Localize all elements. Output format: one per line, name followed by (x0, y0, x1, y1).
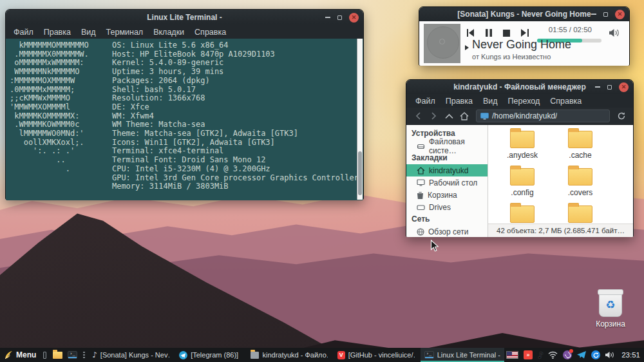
drive-icon (417, 204, 425, 211)
trash-label: Корзина (590, 319, 631, 329)
pause-button[interactable] (486, 29, 492, 37)
stop-button[interactable] (503, 30, 510, 37)
home-button[interactable] (458, 112, 471, 120)
taskbar: Menu ♪ [Sonata] Kungs - Nev… [Telegram (… (0, 348, 644, 362)
folder-item[interactable]: .cache (554, 128, 607, 160)
minimize-button[interactable] (325, 17, 330, 18)
task-browser-github[interactable]: V [GitHub - vinceliuice/… (334, 348, 419, 362)
terminal-scrollbar-thumb[interactable] (358, 151, 362, 195)
task-terminal-active[interactable]: Linux Lite Terminal - (421, 348, 504, 362)
menu-tabs[interactable]: Вкладки (148, 26, 189, 39)
show-desktop-button[interactable] (43, 352, 46, 359)
menu-help[interactable]: Справка (545, 95, 587, 108)
folder-item[interactable] (496, 202, 549, 223)
launcher-arrow-icon[interactable] (83, 352, 85, 358)
menu-view[interactable]: Вид (478, 95, 503, 108)
folder-icon (510, 205, 535, 223)
file-manager-titlebar[interactable]: kindratyukd - Файловый менеджер ✕ (406, 80, 633, 94)
folder-icon (251, 352, 260, 359)
trash-can-icon: ♻ (599, 291, 622, 317)
clock[interactable]: 23:51 (621, 351, 640, 359)
close-button[interactable]: ✕ (349, 13, 359, 23)
up-button[interactable] (442, 113, 455, 119)
telegram-tray-icon[interactable] (577, 351, 586, 359)
music-player-window: [Sonata] Kungs - Never Going Home ✕ (419, 6, 630, 66)
menu-help[interactable]: Справка (189, 26, 231, 39)
terminal-title: Linux Lite Terminal - (147, 13, 222, 22)
folder-icon (510, 168, 535, 186)
linux-lite-logo-icon (4, 350, 13, 360)
elapsed-total-time: 01:55 / 02:50 (549, 26, 592, 33)
song-title: Never Going Home (472, 38, 571, 52)
vivaldi-icon: V (337, 351, 345, 359)
back-button[interactable] (412, 112, 424, 120)
neofetch-output: kMMMMMMOMMMMMMO OS: Linux Lite 5.6 x86_6… (6, 39, 363, 191)
file-list-area[interactable]: .anydesk .cache .config .covers (488, 125, 633, 237)
task-sonata[interactable]: ♪ [Sonata] Kungs - Nev… (88, 348, 173, 362)
file-manager-launcher[interactable] (53, 352, 62, 359)
task-file-manager[interactable]: kindratyukd - Файло… (247, 348, 332, 362)
album-art (424, 24, 460, 63)
anydesk-tray-icon[interactable]: » (524, 350, 533, 359)
menu-edit[interactable]: Правка (440, 95, 478, 108)
minimize-button[interactable] (591, 14, 596, 15)
address-bar[interactable]: /home/kindratyukd/ (476, 110, 610, 122)
music-note-icon: ♪ (92, 350, 97, 359)
terminal-titlebar[interactable]: Linux Lite Terminal - ✕ (6, 10, 363, 25)
close-button[interactable]: ✕ (615, 10, 625, 19)
folder-item[interactable]: .covers (554, 165, 607, 197)
maximize-button[interactable] (337, 15, 342, 20)
sidebar-item-home[interactable]: kindratyukd (406, 164, 488, 176)
menu-terminal[interactable]: Терминал (101, 26, 149, 39)
minimize-button[interactable] (595, 86, 600, 88)
previous-track-button[interactable] (466, 29, 475, 37)
folder-icon (510, 131, 535, 148)
player-titlebar[interactable]: [Sonata] Kungs - Never Going Home ✕ (419, 7, 629, 21)
sync-tray-icon[interactable] (591, 350, 600, 359)
sidebar-item-trash[interactable]: Корзина (406, 189, 488, 201)
sidebar-item-desktop[interactable]: Рабочий стол (406, 176, 488, 189)
menu-file[interactable]: Файл (410, 95, 440, 108)
menu-file[interactable]: Файл (8, 26, 39, 39)
computer-icon (480, 113, 489, 120)
task-telegram[interactable]: [Telegram (86)] (175, 348, 242, 362)
wifi-icon[interactable] (548, 351, 558, 359)
maximize-button[interactable] (603, 12, 608, 17)
refresh-button[interactable] (615, 112, 628, 120)
folder-icon (568, 205, 592, 223)
menu-view[interactable]: Вид (76, 26, 101, 39)
terminal-output-area[interactable]: kMMMMMMOMMMMMMO OS: Linux Lite 5.6 x86_6… (6, 39, 363, 200)
keyboard-layout-us-flag-icon[interactable] (506, 351, 518, 359)
folder-icon (53, 352, 62, 359)
menu-button[interactable]: Menu (0, 348, 42, 362)
viber-tray-icon[interactable] (563, 350, 572, 359)
next-track-button[interactable] (521, 29, 529, 37)
terminal-launcher[interactable] (68, 351, 77, 359)
terminal-icon (424, 351, 434, 359)
folder-icon (568, 131, 592, 148)
volume-icon[interactable] (609, 28, 620, 37)
sidebar-item-drives[interactable]: Drives (406, 201, 488, 213)
telegram-icon (179, 351, 187, 359)
folder-item[interactable]: .anydesk (496, 128, 549, 160)
file-manager-toolbar: /home/kindratyukd/ (406, 108, 633, 125)
volume-icon[interactable] (605, 351, 615, 359)
folder-icon (568, 168, 592, 186)
desktop[interactable]: ♻ Корзина Linux Lite Terminal - ✕ Файл П… (0, 0, 644, 362)
menu-go[interactable]: Переход (503, 95, 545, 108)
forward-button[interactable] (427, 112, 440, 120)
menu-label: Menu (16, 350, 36, 359)
menu-edit[interactable]: Правка (39, 26, 76, 39)
desktop-trash-icon[interactable]: ♻ Корзина (590, 291, 631, 329)
music-note-tray-icon[interactable]: ♪ (538, 351, 543, 359)
folder-item[interactable] (554, 202, 607, 223)
sidebar-item-network[interactable]: Обзор сети (406, 225, 488, 237)
drive-icon (417, 143, 425, 149)
sidebar-item-filesystem[interactable]: Файловая систе… (406, 140, 488, 152)
terminal-scrollbar[interactable] (357, 39, 363, 200)
maximize-button[interactable] (607, 85, 612, 90)
now-playing-caret-icon (465, 45, 469, 50)
file-manager-window: kindratyukd - Файловый менеджер ✕ Файл П… (406, 79, 634, 237)
close-button[interactable]: ✕ (619, 82, 629, 92)
folder-item[interactable]: .config (496, 165, 549, 197)
